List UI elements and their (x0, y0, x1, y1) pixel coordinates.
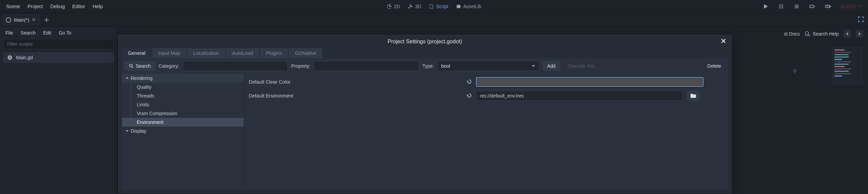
property-label: Property: (291, 63, 310, 69)
script-icon (429, 4, 434, 9)
add-button[interactable]: Add (543, 61, 560, 71)
search-help-icon: DOC (805, 31, 811, 37)
tree-item-quality[interactable]: Quality (122, 83, 244, 91)
tree-item-environment[interactable]: Environment (122, 118, 244, 127)
script-menu-goto[interactable]: Go To (59, 30, 71, 36)
script-panel-menu: File Search Edit Go To (0, 27, 117, 39)
run-controls (762, 3, 831, 9)
close-tab-icon[interactable]: × (32, 16, 36, 23)
menu-editor[interactable]: Editor (72, 4, 85, 9)
search-help-label: Search Help (813, 31, 839, 37)
settings-content: Rendering Quality Threads Limits Vram Co… (122, 74, 728, 190)
nav-forward-icon[interactable] (856, 30, 863, 38)
tree-group-rendering[interactable]: Rendering (122, 74, 244, 83)
tree-group-label: Display (131, 128, 146, 134)
dialog-title-bar: Project Settings (project.godot) (118, 35, 731, 48)
nav-back-icon[interactable] (844, 30, 851, 38)
property-panel: Default Clear Color Default Environment … (244, 74, 728, 190)
revert-icon (467, 79, 472, 84)
menu-scene[interactable]: Scene (6, 4, 20, 9)
tree-group-display[interactable]: Display (122, 127, 244, 135)
main-menu: Scene Project Debug Editor Help (3, 4, 103, 9)
workspace-2d-label: 2D (394, 4, 400, 9)
category-label: Category: (158, 63, 179, 69)
revert-icon (467, 93, 472, 98)
tree-item-threads[interactable]: Threads (122, 91, 244, 100)
code-minimap[interactable] (832, 47, 863, 84)
script-list-panel: File Search Edit Go To Main.gd (0, 27, 117, 194)
play-custom-scene-icon[interactable] (825, 3, 831, 9)
tree-item-limits[interactable]: Limits (122, 100, 244, 109)
add-tab-button[interactable]: + (44, 15, 49, 25)
document-tab[interactable]: Main(*) × (2, 15, 39, 25)
workspace-script-button[interactable]: Script (429, 4, 448, 9)
workspace-2d-button[interactable]: 2D (386, 4, 400, 9)
workspace-switcher: 2D 3D Script AssetLib (386, 4, 481, 9)
resource-path-field[interactable]: res://default_env.tres (476, 91, 683, 101)
workspace-assetlib-button[interactable]: AssetLib (456, 4, 482, 9)
menu-help[interactable]: Help (93, 4, 103, 9)
request-docs-button[interactable]: st Docs (784, 31, 800, 37)
menu-debug[interactable]: Debug (50, 4, 65, 9)
renderer-selector[interactable]: GLES3 (841, 4, 862, 9)
gear-icon (7, 55, 13, 60)
dialog-title: Project Settings (project.godot) (388, 39, 462, 44)
distraction-free-icon[interactable] (858, 16, 866, 23)
scene-node-icon (6, 17, 11, 23)
category-tree: Rendering Quality Threads Limits Vram Co… (122, 74, 244, 190)
document-tab-bar: Main(*) × + (0, 13, 868, 27)
browse-button[interactable] (687, 91, 699, 101)
search-help-button[interactable]: DOC Search Help (805, 31, 839, 37)
property-row-clear-color: Default Clear Color (249, 77, 723, 87)
revert-button[interactable] (467, 93, 472, 99)
tree-group-label: Rendering (131, 76, 153, 81)
close-icon (720, 38, 727, 44)
settings-toolbar: Search Category: Property: Type: bool Ad… (122, 58, 728, 74)
tree-item-vram[interactable]: Vram Compression (122, 109, 244, 118)
pause-icon[interactable] (778, 3, 784, 9)
script-menu-edit[interactable]: Edit (43, 30, 51, 36)
menu-project[interactable]: Project (27, 4, 43, 9)
override-for-button[interactable]: Override For... (563, 62, 602, 70)
workspace-3d-button[interactable]: 3D (408, 4, 421, 9)
tab-localization[interactable]: Localization (187, 48, 225, 58)
type-select-value: bool (441, 63, 450, 69)
assetlib-icon (456, 4, 461, 9)
arrows-3d-icon (408, 4, 413, 9)
type-label: Type: (422, 63, 434, 69)
add-button-label: Add (547, 63, 555, 69)
script-menu-file[interactable]: File (5, 30, 13, 36)
script-editor-toolbar: st Docs DOC Search Help (779, 27, 868, 41)
tab-autoload[interactable]: AutoLoad (226, 48, 259, 58)
filter-scripts-container (3, 39, 114, 49)
play-icon[interactable] (762, 3, 769, 9)
color-picker[interactable] (476, 77, 703, 87)
collapse-icon (125, 76, 129, 80)
script-list-item-label: Main.gd (16, 55, 33, 60)
dialog-tabs: General Input Map Localization AutoLoad … (118, 48, 731, 58)
property-row-environment: Default Environment res://default_env.tr… (249, 91, 723, 101)
tab-general[interactable]: General (122, 48, 152, 58)
script-list-item[interactable]: Main.gd (3, 52, 114, 63)
category-input[interactable] (183, 61, 288, 71)
dialog-close-button[interactable] (720, 38, 727, 45)
script-menu-search[interactable]: Search (21, 30, 36, 36)
svg-text:DOC: DOC (805, 34, 811, 37)
top-right-controls: GLES3 (762, 3, 865, 9)
filter-scripts-input[interactable] (3, 39, 114, 49)
chevron-down-icon (858, 4, 862, 8)
search-icon (129, 64, 134, 68)
search-button[interactable]: Search (125, 61, 155, 71)
revert-button[interactable] (467, 79, 472, 85)
arrows-2d-icon (386, 4, 392, 9)
stop-icon[interactable] (794, 3, 800, 9)
tab-gdnative[interactable]: GDNative (289, 48, 322, 58)
play-scene-icon[interactable] (809, 3, 815, 9)
gutter-line-number: 0 (793, 68, 796, 73)
tab-input-map[interactable]: Input Map (152, 48, 187, 58)
property-input[interactable] (314, 61, 419, 71)
type-select[interactable]: bool (437, 61, 539, 71)
tab-plugins[interactable]: Plugins (260, 48, 288, 58)
delete-button[interactable]: Delete (703, 62, 725, 70)
project-settings-dialog: Project Settings (project.godot) General… (118, 35, 732, 193)
